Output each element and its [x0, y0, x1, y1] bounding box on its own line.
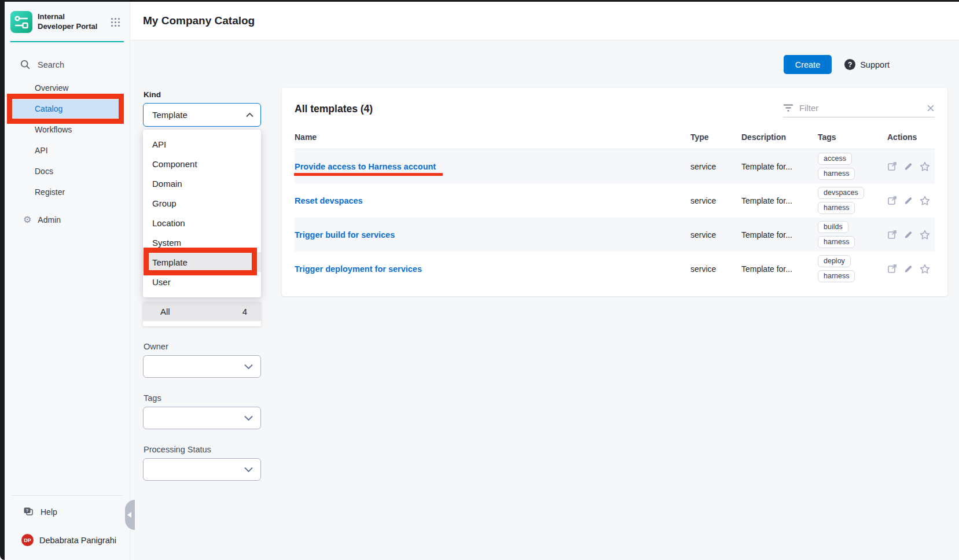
- apps-grid-icon[interactable]: [111, 17, 120, 27]
- sidebar-item-api[interactable]: API: [5, 140, 130, 161]
- kind-select[interactable]: Template: [143, 103, 261, 127]
- kind-option-user[interactable]: User: [143, 272, 261, 292]
- all-row-label: All: [160, 307, 170, 316]
- search-label: Search: [38, 60, 64, 69]
- toolbar: Create ? Support: [130, 40, 959, 74]
- edit-pencil-icon[interactable]: [903, 161, 913, 171]
- sidebar-item-admin[interactable]: ⚙ Admin: [5, 215, 130, 224]
- help-item[interactable]: ? Help: [5, 507, 130, 517]
- tags-cell: devspacesharness: [818, 187, 887, 214]
- close-icon: [927, 104, 935, 112]
- open-in-new-icon[interactable]: [887, 230, 897, 240]
- nav-label: Catalog: [5, 104, 63, 113]
- type-cell: service: [690, 162, 741, 171]
- template-name-link[interactable]: Provide access to Harness account: [295, 162, 436, 171]
- owner-filter-card: All 4: [143, 302, 261, 326]
- open-in-new-icon[interactable]: [887, 264, 897, 274]
- page-header: My Company Catalog: [130, 2, 959, 40]
- sidebar-item-catalog[interactable]: Catalog: [5, 98, 130, 119]
- chevron-up-icon: [246, 112, 253, 117]
- filter-panel: Kind Template API Component Domain Group…: [143, 88, 261, 481]
- sidebar-item-register[interactable]: Register: [5, 182, 130, 202]
- question-icon: ?: [844, 59, 855, 70]
- templates-card: All templates (4): [282, 88, 947, 296]
- tag-pill: harness: [818, 236, 855, 248]
- sidebar-divider: [12, 495, 123, 496]
- table-filter-box: [783, 103, 935, 117]
- tag-pill: builds: [818, 221, 848, 233]
- app: Internal Developer Portal Search Overvie…: [5, 2, 959, 560]
- description-cell: Template for...: [741, 196, 818, 205]
- tags-cell: deployharness: [818, 255, 887, 282]
- nav-label: Register: [5, 187, 65, 197]
- actions-cell: [887, 196, 935, 206]
- sidebar-item-docs[interactable]: Docs: [5, 161, 130, 182]
- table-header-row: Name Type Description Tags Actions: [295, 132, 935, 149]
- portal-title: Internal Developer Portal: [38, 12, 102, 32]
- main: My Company Catalog Create ? Support Kind…: [130, 2, 959, 560]
- col-header-name: Name: [295, 132, 690, 142]
- star-icon[interactable]: [920, 230, 930, 240]
- processing-status-select[interactable]: [143, 458, 261, 481]
- clear-filter-button[interactable]: [927, 104, 935, 112]
- open-in-new-icon[interactable]: [887, 196, 897, 205]
- edit-pencil-icon[interactable]: [903, 230, 913, 240]
- table-row: Trigger deployment for services service …: [295, 252, 935, 286]
- template-name-link[interactable]: Trigger deployment for services: [295, 264, 422, 274]
- teal-divider: [10, 41, 124, 42]
- sidebar-item-overview[interactable]: Overview: [5, 78, 130, 98]
- table-filter-input[interactable]: [799, 103, 921, 113]
- templates-title: All templates (4): [295, 103, 373, 115]
- col-header-type: Type: [690, 132, 741, 142]
- kind-option-template[interactable]: Template: [143, 252, 261, 272]
- content: Create ? Support Kind Template: [130, 40, 959, 560]
- user-profile[interactable]: DP Debabrata Panigrahi: [5, 534, 130, 546]
- kind-option-system[interactable]: System: [143, 233, 261, 252]
- star-icon[interactable]: [920, 264, 930, 274]
- sidebar-search[interactable]: Search: [5, 60, 130, 69]
- svg-text:?: ?: [26, 508, 29, 513]
- kind-label: Kind: [144, 90, 261, 99]
- tag-pill: harness: [818, 168, 855, 180]
- sidebar-collapse-handle[interactable]: [125, 500, 135, 530]
- actions-cell: [887, 230, 935, 240]
- kind-select-value: Template: [152, 110, 188, 120]
- actions-cell: [887, 161, 935, 172]
- kind-option-domain[interactable]: Domain: [143, 174, 261, 193]
- create-button[interactable]: Create: [784, 55, 832, 74]
- type-cell: service: [690, 264, 741, 274]
- sidebar-spacer: [5, 224, 130, 495]
- support-button[interactable]: ? Support: [844, 59, 890, 70]
- open-in-new-icon[interactable]: [887, 161, 897, 171]
- support-label: Support: [860, 60, 890, 69]
- chevron-left-icon: [127, 512, 131, 518]
- help-label: Help: [41, 507, 57, 517]
- tags-select[interactable]: [143, 407, 261, 429]
- edit-pencil-icon[interactable]: [903, 264, 913, 274]
- kind-option-component[interactable]: Component: [143, 154, 261, 174]
- nav-label: Workflows: [5, 125, 72, 134]
- edit-pencil-icon[interactable]: [903, 196, 913, 205]
- owner-select[interactable]: [143, 355, 261, 378]
- col-header-actions: Actions: [887, 132, 935, 142]
- owner-label: Owner: [144, 342, 261, 351]
- chevron-down-icon: [244, 467, 253, 473]
- star-icon[interactable]: [920, 196, 930, 206]
- table-row: Reset devspaces service Template for... …: [295, 183, 935, 218]
- kind-option-location[interactable]: Location: [143, 213, 261, 233]
- kind-dropdown: API Component Domain Group Location Syst…: [143, 130, 261, 297]
- table-body: Provide access to Harness account servic…: [295, 149, 935, 286]
- card-head: All templates (4): [295, 102, 935, 117]
- actions-cell: [887, 264, 935, 274]
- tag-pill: devspaces: [818, 187, 864, 199]
- sidebar-item-workflows[interactable]: Workflows: [5, 119, 130, 140]
- star-icon[interactable]: [920, 161, 930, 172]
- description-cell: Template for...: [741, 264, 818, 274]
- nav-label: Docs: [5, 167, 53, 176]
- kind-option-group[interactable]: Group: [143, 193, 261, 213]
- template-name-link[interactable]: Trigger build for services: [295, 230, 395, 240]
- kind-option-api[interactable]: API: [143, 134, 261, 154]
- template-name-link[interactable]: Reset devspaces: [295, 196, 363, 205]
- admin-label: Admin: [38, 215, 61, 224]
- filter-all-row[interactable]: All 4: [143, 302, 261, 321]
